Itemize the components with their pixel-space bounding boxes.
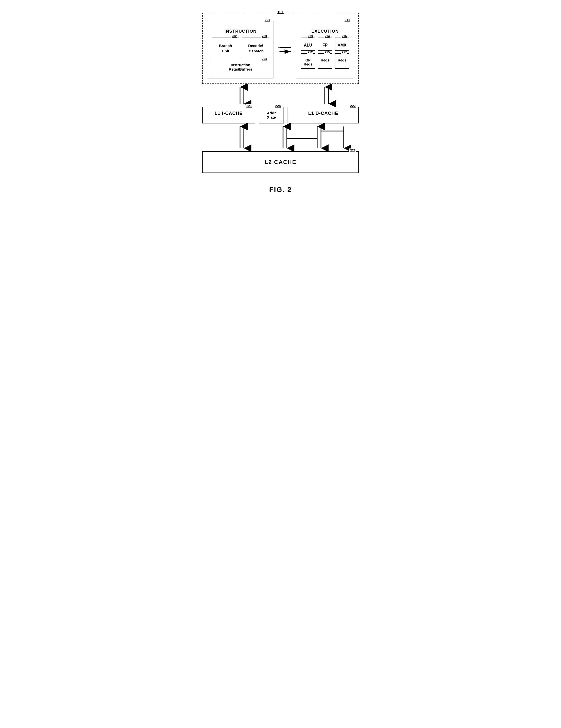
- label-215: 215: [324, 51, 330, 54]
- execution-cols: 213 ALU 212 GPRegs: [301, 37, 349, 69]
- label-211: 211: [344, 18, 351, 22]
- addr-xlate-text: AddrXlate: [262, 111, 281, 119]
- box-212: 212 GPRegs: [301, 53, 315, 69]
- box-222: 222 L1 D-CACHE: [288, 107, 359, 123]
- box-214: 214 FP: [318, 37, 332, 51]
- gp-regs-text: GPRegs: [303, 58, 313, 66]
- label-203: 203: [261, 34, 267, 38]
- label-212: 212: [307, 51, 313, 54]
- bidir-arrow-h: [278, 21, 292, 78]
- arrows-top-svg: [202, 84, 359, 107]
- box-203: 203 Decode/Dispatch: [242, 37, 269, 57]
- l1-icache-text: L1 I-CACHE: [206, 111, 252, 116]
- fig-caption: FIG. 2: [202, 186, 359, 194]
- instr-regs-text: InstructionRegs/Buffers: [215, 63, 266, 71]
- arrow-svg-h: [278, 42, 292, 57]
- label-204: 204: [261, 57, 267, 61]
- arrows-bottom-svg: [202, 123, 359, 151]
- box-221: 221 L1 I-CACHE: [202, 107, 255, 123]
- label-221: 221: [246, 104, 253, 108]
- label-214: 214: [324, 34, 330, 38]
- vmx-regs-text: Regs: [337, 58, 347, 62]
- l2-cache-text: L2 CACHE: [208, 159, 353, 165]
- diagram: 101 201 INSTRUCTION 202 BranchUnit: [202, 13, 359, 173]
- branch-unit-text: BranchUnit: [214, 43, 237, 54]
- box-213: 213 ALU: [301, 37, 315, 51]
- exec-col-fp: 214 FP 215 Regs: [318, 37, 332, 69]
- box-224: 224 AddrXlate: [259, 107, 284, 123]
- fp-text: FP: [320, 43, 330, 48]
- label-222: 222: [349, 104, 356, 108]
- alu-text: ALU: [303, 43, 313, 48]
- page: 101 201 INSTRUCTION 202 BranchUnit: [192, 5, 369, 209]
- box-223: 223 L2 CACHE: [202, 151, 359, 173]
- l1-dcache-text: L1 D-CACHE: [291, 111, 355, 116]
- box-216: 216 VMX: [335, 37, 349, 51]
- label-201: 201: [264, 18, 271, 22]
- fp-regs-text: Regs: [320, 58, 330, 62]
- box-101: 101 201 INSTRUCTION 202 BranchUnit: [202, 13, 359, 84]
- label-213: 213: [307, 34, 313, 38]
- exec-col-gp: 213 ALU 212 GPRegs: [301, 37, 315, 69]
- decode-text: Decode/Dispatch: [244, 43, 267, 54]
- instruction-title: INSTRUCTION: [212, 29, 269, 34]
- label-216: 216: [341, 34, 347, 38]
- box-201: 201 INSTRUCTION 202 BranchUnit 203 Decod…: [208, 21, 273, 78]
- label-223: 223: [349, 148, 356, 152]
- label-101: 101: [276, 10, 285, 14]
- label-217: 217: [341, 51, 347, 54]
- box-217: 217 Regs: [335, 53, 349, 69]
- vmx-text: VMX: [337, 43, 347, 48]
- exec-col-vmx: 216 VMX 217 Regs: [335, 37, 349, 69]
- box-204: 204 InstructionRegs/Buffers: [212, 60, 269, 74]
- instruction-inner-row: 202 BranchUnit 203 Decode/Dispatch: [212, 37, 269, 57]
- box-215: 215 Regs: [318, 53, 332, 69]
- label-224: 224: [274, 104, 282, 108]
- top-row: 201 INSTRUCTION 202 BranchUnit 203 Decod…: [208, 21, 353, 78]
- box-202: 202 BranchUnit: [212, 37, 239, 57]
- label-202: 202: [231, 34, 237, 38]
- box-211: 211 EXECUTION 213 ALU 212: [297, 21, 353, 78]
- cache-row: 221 L1 I-CACHE 224 AddrXlate 222 L1 D-CA…: [202, 107, 359, 123]
- execution-title: EXECUTION: [301, 29, 349, 34]
